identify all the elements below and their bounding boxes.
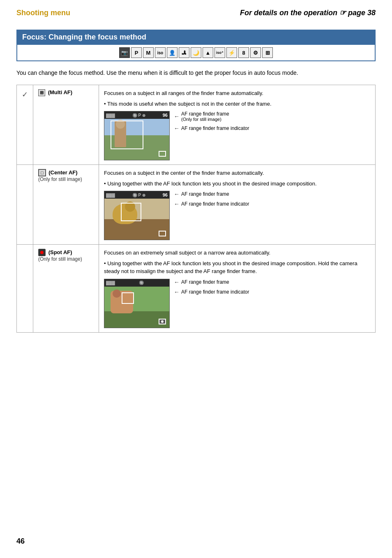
viewfinder-multi: ▓▓▓ 🔘 P ⊕ 96 [104, 111, 370, 160]
desc-bullet-spot: • Using together with the AF lock functi… [104, 259, 370, 276]
af-frame-center [121, 203, 141, 221]
table-row: (Spot AF) (Only for still image) Focuses… [17, 245, 376, 333]
focus-modes-table: ✓ ⊞ (Multi AF) Focuses on a subject in a… [16, 85, 376, 333]
mode-icon-settings: ⚙ [250, 47, 261, 58]
check-cell: ✓ [17, 85, 33, 165]
viewfinder-image-spot: ▓▓▓ 🔘 [104, 279, 170, 328]
mode-name-multi: ⊞ (Multi AF) [38, 89, 94, 96]
vf-labels-multi: ← AF range finder frame (Only for still … [174, 111, 249, 132]
viewfinder-center: ▓▓▓ 🔘 P ⊕ 96 [104, 191, 370, 240]
af-frame-multi [111, 120, 143, 149]
mode-cell-center: □ (Center AF) (Only for still image) [33, 165, 99, 245]
viewfinder-image-center: ▓▓▓ 🔘 P ⊕ 96 [104, 191, 170, 240]
mode-icon-camera: 📷 [119, 47, 130, 58]
page-number: 46 [16, 537, 25, 546]
section-title: Shooting menu [16, 9, 70, 17]
desc-cell-spot: Focuses on an extremely small subject or… [99, 245, 376, 333]
mode-icon-m: M [143, 47, 154, 58]
table-row: □ (Center AF) (Only for still image) Foc… [17, 165, 376, 245]
mode-cell-spot: (Spot AF) (Only for still image) [33, 245, 99, 333]
desc-main-multi: Focuses on a subject in all ranges of th… [104, 89, 370, 97]
vf-label1-center: ← AF range finder frame [174, 191, 249, 197]
mode-icon-grid: ⊞ [262, 47, 273, 58]
page-reference: For details on the operation ☞ page 38 [240, 8, 376, 17]
viewfinder-spot: ▓▓▓ 🔘 [104, 279, 370, 328]
mode-sub-spot: (Only for still image) [38, 256, 94, 262]
mode-icon-mountain: ▲ [203, 47, 213, 58]
vf-label1-spot: ← AF range finder frame [174, 279, 249, 285]
viewfinder-image-multi: ▓▓▓ 🔘 P ⊕ 96 [104, 111, 170, 160]
vf-mode-multi: 🔘 P ⊕ [132, 113, 145, 118]
intro-paragraph: You can change the focus method. Use the… [16, 69, 376, 77]
vf-labels-spot: ← AF range finder frame ← AF range finde… [174, 279, 249, 295]
vf-labels-center: ← AF range finder frame ← AF range finde… [174, 191, 249, 207]
mode-cell-multi: ⊞ (Multi AF) [33, 85, 99, 165]
af-dot [161, 320, 164, 323]
mode-icon-flash: ⚡ [226, 47, 237, 58]
mode-icon-iso-plus: iso⁺ [214, 47, 225, 58]
mode-icon-8: 8 [238, 47, 249, 58]
vf-label1-multi: ← AF range finder frame (Only for still … [174, 111, 249, 122]
mode-icon-iso: iso [155, 47, 166, 58]
vf-label2-multi: ← AF range finder frame indicator [174, 125, 249, 132]
desc-main-center: Focuses on a subject in the center of th… [104, 169, 370, 177]
check-cell-center [17, 165, 33, 245]
vf-topbar-spot: ▓▓▓ 🔘 [104, 279, 169, 287]
selected-checkmark: ✓ [22, 90, 28, 99]
mode-name-center: □ (Center AF) [38, 169, 94, 176]
vf-topbar-center: ▓▓▓ 🔘 P ⊕ 96 [104, 191, 169, 199]
vf-count-multi: 96 [163, 113, 168, 118]
focus-section-title: Focus: Changing the focus method [16, 30, 376, 45]
vf-label2-center: ← AF range finder frame indicator [174, 201, 249, 207]
desc-cell-center: Focuses on a subject in the center of th… [99, 165, 376, 245]
mode-icon-night: 🌙 [191, 47, 201, 58]
page-header: Shooting menu For details on the operati… [16, 8, 376, 17]
af-frame-spot [122, 292, 134, 304]
mode-icon-p: P [131, 47, 142, 58]
af-indicator-center [159, 231, 166, 236]
table-row: ✓ ⊞ (Multi AF) Focuses on a subject in a… [17, 85, 376, 165]
check-cell-spot [17, 245, 33, 333]
mode-icon-landscape: 🏞 [179, 47, 189, 58]
vf-battery-multi: ▓▓▓ [106, 113, 115, 118]
desc-bullet-center: • Using together with the AF lock functi… [104, 180, 370, 188]
mode-sub-center: (Only for still image) [38, 176, 94, 182]
desc-main-spot: Focuses on an extremely small subject or… [104, 249, 370, 257]
vf-topbar-multi: ▓▓▓ 🔘 P ⊕ 96 [104, 111, 169, 119]
vf-label2-spot: ← AF range finder frame indicator [174, 289, 249, 295]
mode-icons-bar: 📷 P M iso 👤 🏞 🌙 ▲ iso⁺ ⚡ 8 ⚙ ⊞ [16, 45, 376, 61]
mode-name-spot: (Spot AF) [38, 249, 94, 256]
mode-icon-portrait: 👤 [167, 47, 178, 58]
desc-cell-multi: Focuses on a subject in all ranges of th… [99, 85, 376, 165]
desc-bullet-multi: • This mode is useful when the subject i… [104, 100, 370, 108]
af-indicator-spot [159, 319, 166, 324]
af-indicator-multi [159, 151, 166, 157]
